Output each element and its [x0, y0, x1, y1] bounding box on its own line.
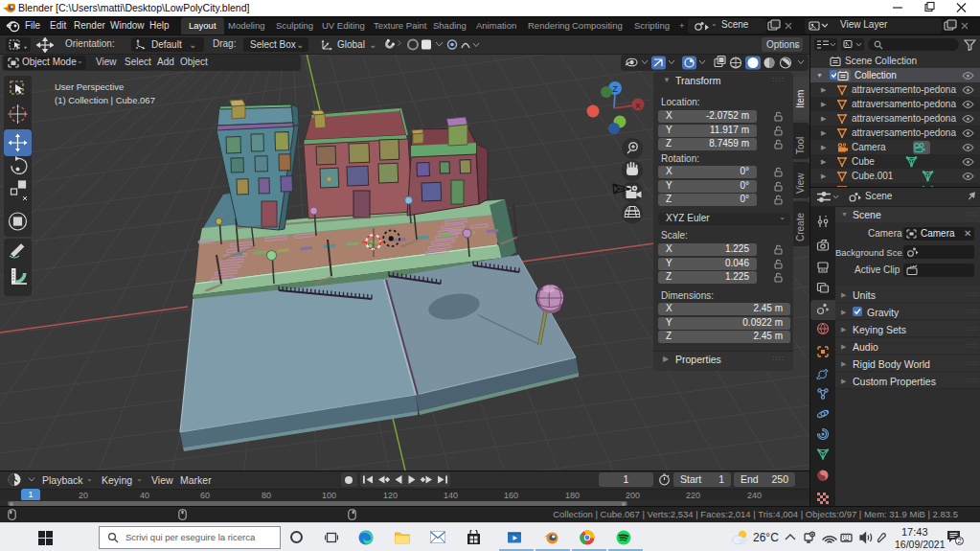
svg-text:2: 2: [957, 537, 961, 545]
svg-text:X: X: [635, 102, 641, 110]
svg-text:Z: Z: [612, 84, 618, 94]
